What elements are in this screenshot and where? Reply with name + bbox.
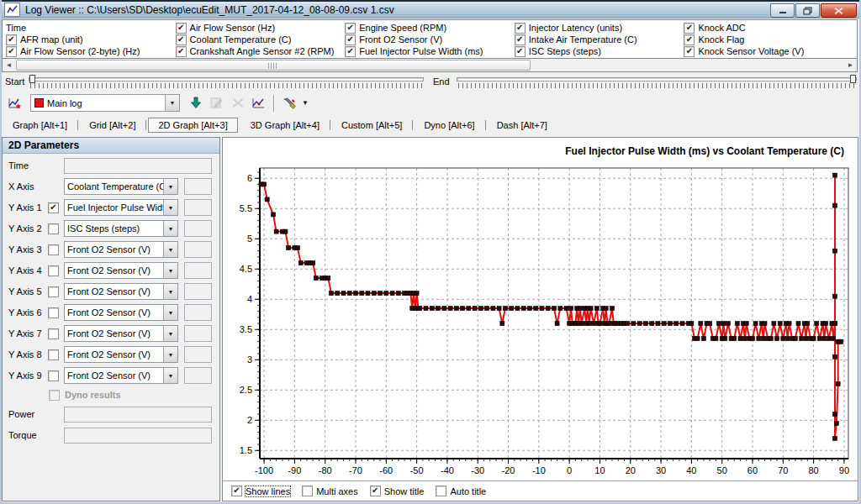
y-axis-1-checkbox[interactable]: ✔ bbox=[48, 202, 59, 213]
y-axis-4-checkbox[interactable] bbox=[48, 265, 59, 276]
y-axis-5-value-field[interactable] bbox=[184, 283, 212, 300]
restore-button[interactable] bbox=[795, 3, 820, 18]
y-axis-6-select-arrow[interactable]: ▼ bbox=[163, 305, 177, 320]
y-axis-9-select[interactable]: Front O2 Sensor (V)▼ bbox=[64, 367, 178, 384]
y-axis-5-select-arrow[interactable]: ▼ bbox=[163, 284, 177, 299]
y-axis-3-select[interactable]: Front O2 Sensor (V)▼ bbox=[64, 241, 178, 258]
start-slider[interactable] bbox=[29, 75, 424, 90]
close-button[interactable] bbox=[821, 3, 857, 18]
signal-checkbox-engine-speed-rpm[interactable]: ✔ bbox=[345, 23, 356, 34]
signal-checkbox-coolant-temperature-c[interactable]: ✔ bbox=[176, 34, 187, 45]
tab-grid[interactable]: Grid [Alt+2] bbox=[78, 118, 146, 133]
tab-dyno[interactable]: Dyno [Alt+6] bbox=[413, 118, 485, 133]
tab-2d-graph[interactable]: 2D Graph [Alt+3] bbox=[148, 118, 237, 133]
y-axis-3-select-arrow[interactable]: ▼ bbox=[163, 242, 177, 257]
y-axis-3-checkbox[interactable] bbox=[48, 244, 59, 255]
signal-checkbox-knock-sensor-voltage-v[interactable]: ✔ bbox=[684, 46, 695, 57]
y-axis-7-label: Y Axis 7 bbox=[8, 328, 48, 339]
signal-item-afr-map-unit: ✔AFR map (unit) bbox=[6, 34, 176, 45]
y-axis-9-select-arrow[interactable]: ▼ bbox=[163, 368, 177, 383]
tools-button[interactable] bbox=[279, 93, 300, 113]
scroll-right-arrow[interactable]: ► bbox=[844, 60, 857, 71]
y-axis-5-checkbox[interactable] bbox=[48, 286, 59, 297]
edit-log-button[interactable] bbox=[206, 93, 227, 113]
y-axis-1-select[interactable]: Fuel Injector Pulse Width (ms)▼ bbox=[64, 199, 178, 216]
svg-text:3.5: 3.5 bbox=[240, 324, 252, 334]
y-axis-4-select-arrow[interactable]: ▼ bbox=[163, 263, 177, 278]
y-axis-8-select[interactable]: Front O2 Sensor (V)▼ bbox=[64, 346, 178, 363]
option-checkbox-auto-title[interactable] bbox=[436, 486, 446, 496]
end-slider-thumb[interactable] bbox=[850, 75, 856, 83]
add-graph-button[interactable] bbox=[4, 93, 25, 113]
tab-3d-graph[interactable]: 3D Graph [Alt+4] bbox=[240, 118, 330, 133]
signal-checkbox-knock-flag[interactable]: ✔ bbox=[684, 34, 695, 45]
option-checkbox-multi-axes[interactable] bbox=[302, 486, 313, 496]
y-axis-1-select-arrow[interactable]: ▼ bbox=[163, 200, 177, 215]
signal-checkbox-front-o2-sensor-v[interactable]: ✔ bbox=[345, 34, 356, 45]
option-multi-axes[interactable]: Multi axes bbox=[302, 486, 358, 496]
y-axis-8-checkbox[interactable] bbox=[48, 349, 59, 360]
option-checkbox-show-lines[interactable]: ✔ bbox=[231, 486, 242, 496]
y-axis-6-value-field[interactable] bbox=[184, 304, 212, 321]
y-axis-4-value-field[interactable] bbox=[184, 262, 212, 279]
signal-checkbox-air-flow-sensor-hz[interactable]: ✔ bbox=[176, 23, 187, 34]
y-axis-2-select-arrow[interactable]: ▼ bbox=[163, 221, 177, 236]
y-axis-7-checkbox[interactable] bbox=[48, 328, 59, 339]
x-axis-select-arrow[interactable]: ▼ bbox=[163, 179, 177, 194]
signal-item-coolant-temperature-c: ✔Coolant Temperature (C) bbox=[176, 34, 346, 45]
scrollbar-thumb[interactable] bbox=[16, 60, 531, 71]
signal-checkbox-afr-map-unit[interactable]: ✔ bbox=[6, 34, 17, 45]
signal-checkbox-intake-air-temperature-c[interactable]: ✔ bbox=[515, 34, 526, 45]
option-show-title[interactable]: ✔Show title bbox=[370, 486, 425, 496]
torque-field[interactable] bbox=[64, 428, 212, 444]
graph-settings-button[interactable] bbox=[248, 93, 269, 113]
x-axis-select[interactable]: Coolant Temperature (C)▼ bbox=[64, 178, 178, 195]
y-axis-1-value-field[interactable] bbox=[184, 199, 212, 216]
tab-graph[interactable]: Graph [Alt+1] bbox=[2, 118, 78, 133]
y-axis-7-select-arrow[interactable]: ▼ bbox=[163, 326, 177, 341]
y-axis-6-checkbox[interactable] bbox=[48, 307, 59, 318]
power-field[interactable] bbox=[64, 407, 212, 423]
y-axis-9-value-field[interactable] bbox=[184, 367, 212, 384]
x-axis-value-field[interactable] bbox=[184, 178, 212, 195]
time-field[interactable] bbox=[64, 158, 212, 174]
delete-log-button[interactable] bbox=[227, 93, 248, 113]
signal-checkbox-fuel-injector-pulse-width-ms[interactable]: ✔ bbox=[345, 46, 356, 57]
minimize-button[interactable] bbox=[770, 3, 795, 18]
y-axis-2-select[interactable]: ISC Steps (steps)▼ bbox=[64, 220, 178, 237]
y-axis-2-value-field[interactable] bbox=[184, 220, 212, 237]
tools-dropdown-arrow[interactable]: ▼ bbox=[302, 99, 309, 107]
signal-label: Fuel Injector Pulse Width (ms) bbox=[359, 46, 483, 56]
y-axis-7-value-field[interactable] bbox=[184, 325, 212, 342]
tools-icon bbox=[283, 97, 297, 110]
chart-options-bar: ✔Show linesMulti axes✔Show titleAuto tit… bbox=[223, 480, 858, 501]
tab-dash[interactable]: Dash [Alt+7] bbox=[486, 118, 558, 133]
log-selector-dropdown-arrow[interactable]: ▼ bbox=[165, 95, 179, 111]
tab-custom[interactable]: Custom [Alt+5] bbox=[330, 118, 413, 133]
signal-checkbox-crankshaft-angle-sensor-2-rpm[interactable]: ✔ bbox=[176, 46, 187, 57]
option-checkbox-show-title[interactable]: ✔ bbox=[370, 486, 381, 496]
apply-log-button[interactable] bbox=[185, 93, 206, 113]
y-axis-5-select[interactable]: Front O2 Sensor (V)▼ bbox=[64, 283, 178, 300]
scroll-left-arrow[interactable]: ◄ bbox=[3, 60, 15, 71]
svg-text:50: 50 bbox=[717, 465, 727, 475]
option-auto-title[interactable]: Auto title bbox=[436, 486, 486, 496]
y-axis-4-select[interactable]: Front O2 Sensor (V)▼ bbox=[64, 262, 178, 279]
y-axis-6-select[interactable]: Front O2 Sensor (V)▼ bbox=[64, 304, 178, 321]
signal-checkbox-knock-adc[interactable]: ✔ bbox=[684, 23, 695, 34]
signal-checkbox-injector-latency-units[interactable]: ✔ bbox=[515, 23, 526, 34]
y-axis-2-checkbox[interactable] bbox=[48, 223, 59, 234]
y-axis-3-value-field[interactable] bbox=[184, 241, 212, 258]
y-axis-1-label: Y Axis 1 bbox=[8, 202, 48, 213]
signal-checkbox-isc-steps-steps[interactable]: ✔ bbox=[515, 46, 526, 57]
log-selector[interactable]: Main log ▼ bbox=[30, 94, 180, 112]
y-axis-8-value-field[interactable] bbox=[184, 346, 212, 363]
signal-panel-scrollbar[interactable]: ◄ ► bbox=[2, 58, 858, 72]
end-slider[interactable] bbox=[457, 75, 857, 90]
y-axis-9-checkbox[interactable] bbox=[48, 370, 59, 381]
y-axis-7-select[interactable]: Front O2 Sensor (V)▼ bbox=[64, 325, 178, 342]
signal-checkbox-air-flow-sensor-2-byte-hz[interactable]: ✔ bbox=[6, 46, 17, 57]
start-slider-thumb[interactable] bbox=[29, 75, 35, 83]
y-axis-8-select-arrow[interactable]: ▼ bbox=[163, 347, 177, 362]
option-show-lines[interactable]: ✔Show lines bbox=[231, 486, 290, 496]
